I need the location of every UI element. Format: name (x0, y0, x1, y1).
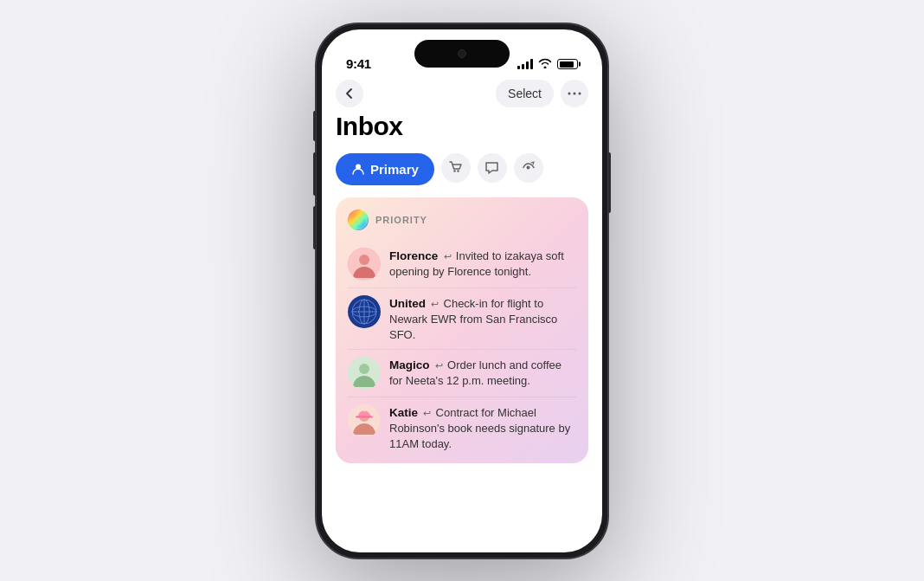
email-content-florence: Florence ↩︎ Invited to izakaya soft open… (389, 248, 576, 281)
sender-katie: Katie (389, 406, 418, 419)
svg-point-17 (359, 364, 369, 374)
svg-rect-20 (356, 416, 373, 417)
priority-label: PRIORITY (375, 215, 427, 225)
sender-united: United (389, 297, 426, 310)
avatar-magico (348, 357, 381, 390)
svg-point-4 (454, 170, 457, 172)
priority-icon (348, 210, 369, 230)
tab-social[interactable] (478, 153, 507, 183)
phone-frame: 9:41 (315, 23, 609, 559)
avatar-united (348, 295, 381, 328)
sender-magico: Magico (389, 358, 430, 371)
svg-point-7 (350, 211, 367, 229)
status-time: 9:41 (346, 56, 371, 71)
signal-bar-2 (522, 64, 525, 69)
avatar-florence (348, 248, 381, 281)
email-content-magico: Magico ↩︎ Order lunch and coffee for Nee… (389, 357, 576, 390)
status-icons (517, 58, 579, 71)
svg-point-6 (527, 166, 530, 170)
svg-point-0 (568, 92, 571, 94)
camera-dot (458, 49, 466, 58)
category-tabs: Primary (336, 153, 588, 185)
volume-down-button (313, 206, 316, 249)
priority-card: PRIORITY Florence ↩︎ Invited t (336, 197, 588, 463)
person-icon (351, 162, 365, 176)
email-item-united[interactable]: United ↩︎ Check-in for flight to Newark … (348, 288, 576, 350)
tab-primary[interactable]: Primary (336, 153, 434, 185)
tab-shopping[interactable] (441, 153, 471, 183)
nav-right-buttons: Select (496, 80, 588, 107)
more-button[interactable] (561, 80, 588, 107)
summary-icon-2: ↩︎ (431, 299, 441, 309)
email-item-magico[interactable]: Magico ↩︎ Order lunch and coffee for Nee… (348, 350, 576, 397)
email-item-florence[interactable]: Florence ↩︎ Invited to izakaya soft open… (348, 241, 576, 288)
wifi-icon (538, 58, 552, 71)
power-button (608, 152, 611, 213)
avatar-katie (348, 404, 381, 437)
navigation-bar: Select (322, 76, 602, 114)
signal-bar-4 (530, 59, 534, 69)
summary-icon-1: ↩︎ (444, 251, 454, 261)
email-item-katie[interactable]: Katie ↩︎ Contract for Michael Robinson's… (348, 397, 576, 451)
tab-promotions[interactable] (514, 153, 543, 183)
summary-icon-4: ↩︎ (423, 408, 433, 418)
back-button[interactable] (336, 80, 363, 107)
email-content-united: United ↩︎ Check-in for flight to Newark … (389, 295, 576, 342)
main-content: Inbox Primary (322, 112, 602, 552)
svg-point-9 (359, 255, 369, 265)
svg-point-1 (574, 92, 576, 94)
volume-up-button (313, 152, 316, 196)
phone-screen: 9:41 (322, 29, 602, 552)
battery-icon (557, 59, 578, 69)
sender-florence: Florence (389, 249, 438, 262)
svg-point-5 (458, 170, 460, 172)
inbox-title: Inbox (336, 112, 588, 141)
battery-fill (560, 61, 574, 68)
dynamic-island (414, 40, 510, 68)
signal-icon (517, 59, 534, 69)
signal-bar-1 (517, 66, 521, 69)
svg-point-2 (579, 92, 581, 94)
signal-bar-3 (526, 61, 529, 69)
primary-tab-label: Primary (370, 162, 419, 177)
select-button[interactable]: Select (496, 80, 554, 107)
priority-header: PRIORITY (348, 210, 576, 230)
email-content-katie: Katie ↩︎ Contract for Michael Robinson's… (389, 404, 576, 451)
summary-icon-3: ↩︎ (435, 360, 446, 371)
